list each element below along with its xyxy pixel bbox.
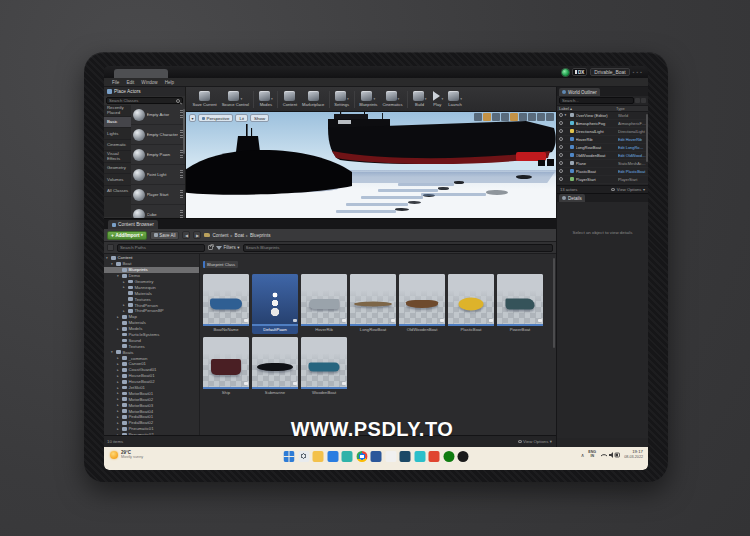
details-tab[interactable]: Details (559, 194, 585, 202)
toolbar-button[interactable]: ▾ Blueprints (357, 87, 380, 111)
place-actors-category[interactable]: Recently Placed (104, 105, 131, 117)
drag-handle-icon[interactable] (180, 190, 183, 199)
expander-arrow[interactable]: ▸ (117, 397, 121, 401)
actor-type[interactable]: Edit PlasticBoat (618, 169, 646, 174)
visibility-eye-icon[interactable] (559, 137, 563, 141)
breadcrumb-item[interactable]: Boat (231, 233, 244, 238)
dropdown-arrow-icon[interactable]: ▾ (398, 97, 400, 101)
breadcrumb-item[interactable]: Blueprints (246, 233, 270, 238)
expander-arrow[interactable]: ▾ (111, 350, 115, 354)
placeable-actor-item[interactable]: Point Light (131, 165, 185, 185)
clock[interactable]: 19:17 08-03-2022 (624, 450, 643, 459)
taskbar-app-icon[interactable] (385, 451, 396, 462)
placeable-actor-item[interactable]: Player Start (131, 185, 185, 205)
search-classes-input[interactable] (109, 98, 176, 103)
taskbar-app-icon[interactable] (313, 451, 324, 462)
expander-arrow[interactable]: ▸ (117, 391, 121, 395)
lit-button[interactable]: Lit (235, 114, 248, 122)
level-viewport[interactable]: ▾ Perspective Lit Show (186, 112, 556, 218)
toolbar-button[interactable]: ▾ Source Control (219, 87, 251, 111)
select-tool-icon[interactable] (474, 113, 482, 121)
asset-tile[interactable]: PowerBoat (497, 274, 543, 334)
taskbar-app-icon[interactable] (327, 451, 338, 462)
rotate-tool-icon[interactable] (492, 113, 500, 121)
outliner-view-options[interactable]: View Options ▾ (611, 187, 645, 192)
scrollbar[interactable] (553, 258, 555, 348)
visibility-eye-icon[interactable] (559, 129, 563, 133)
taskbar-app-icon[interactable] (342, 451, 353, 462)
asset-tile[interactable]: Ship (203, 337, 249, 397)
toolbar-button[interactable]: ▾ Play (429, 87, 446, 111)
toolbar-button[interactable]: ▾ Launch (446, 87, 465, 111)
visibility-eye-icon[interactable] (559, 161, 563, 165)
expander-arrow[interactable]: ▸ (117, 327, 121, 331)
visibility-eye-icon[interactable] (559, 169, 563, 173)
place-actors-category[interactable]: All Classes (104, 186, 131, 198)
expander-arrow[interactable]: ▸ (117, 356, 121, 360)
place-actors-category[interactable]: Basic (104, 117, 131, 129)
outliner-row[interactable]: OldWoodenBoat Edit OldWoodenBoat (557, 152, 648, 160)
expander-arrow[interactable]: ▸ (117, 421, 121, 425)
maximize-viewport-icon[interactable] (546, 113, 554, 121)
asset-tile[interactable]: BoatNoName (203, 274, 249, 334)
toolbar-button[interactable]: ▾ Save Current (190, 87, 219, 111)
asset-tile[interactable]: HoverRib (301, 274, 347, 334)
taskbar-app-icon[interactable] (429, 451, 440, 462)
expander-arrow[interactable]: ▸ (123, 303, 127, 307)
content-browser-tab[interactable]: Content Browser (108, 220, 158, 229)
taskbar-app-icon[interactable] (284, 451, 295, 462)
breadcrumb-item[interactable]: Content (212, 233, 228, 238)
expander-arrow[interactable]: ▸ (123, 285, 127, 289)
search-paths-input[interactable] (117, 244, 205, 252)
expander-arrow[interactable]: ▸ (123, 280, 127, 284)
visibility-eye-icon[interactable] (559, 153, 563, 157)
expander-arrow[interactable]: ▸ (117, 374, 121, 378)
outliner-row[interactable]: DirectionalLight DirectionalLight (557, 128, 648, 136)
add-import-button[interactable]: +Add/Import▾ (107, 231, 147, 240)
outliner-filter-icon[interactable] (635, 98, 640, 103)
asset-tile[interactable]: LongRowBoat (350, 274, 396, 334)
toolbar-button[interactable]: ▾ Marketplace (300, 87, 327, 111)
actor-type[interactable]: World (618, 113, 646, 118)
asset-tile[interactable]: PlasticBoat (448, 274, 494, 334)
dropdown-arrow-icon[interactable]: ▾ (441, 97, 443, 101)
expander-arrow[interactable]: ▸ (117, 403, 121, 407)
actor-type[interactable]: Edit HoverRib (618, 137, 646, 142)
menu-item[interactable]: File (112, 80, 119, 85)
scale-tool-icon[interactable] (501, 113, 509, 121)
outliner-row[interactable]: LongRowBoat Edit LongRowBoat (557, 144, 648, 152)
perspective-button[interactable]: Perspective (198, 114, 233, 122)
taskbar-app-icon[interactable] (371, 451, 382, 462)
outliner-row[interactable]: PlasticBoat Edit PlasticBoat (557, 168, 648, 176)
sources-panel-toggle-icon[interactable] (107, 244, 114, 251)
asset-tile[interactable]: Submarine (252, 337, 298, 397)
visibility-eye-icon[interactable] (559, 177, 563, 181)
asset-tile[interactable]: DefaultPawn (252, 274, 298, 334)
drag-handle-icon[interactable] (180, 210, 183, 218)
expander-arrow[interactable]: ▸ (117, 380, 121, 384)
taskbar-app-icon[interactable] (414, 451, 425, 462)
asset-tile[interactable]: WoodenBoat (301, 337, 347, 397)
show-button[interactable]: Show (250, 114, 269, 122)
expander-arrow[interactable]: ▾ (111, 262, 115, 266)
visibility-eye-icon[interactable] (559, 145, 563, 149)
outliner-search-input[interactable] (559, 97, 634, 104)
expander-arrow[interactable]: ▸ (117, 386, 121, 390)
outliner-row[interactable]: PlayerStart PlayerStart (557, 176, 648, 184)
language-indicator[interactable]: ENGIN (588, 451, 596, 459)
tray-overflow-icon[interactable]: ∧ (581, 452, 585, 458)
rotation-snap-icon[interactable] (519, 113, 527, 121)
label-column-header[interactable]: Label ▴ (559, 106, 616, 111)
visibility-eye-icon[interactable] (559, 113, 563, 117)
scale-snap-icon[interactable] (528, 113, 536, 121)
placeable-actor-item[interactable]: Empty Character (131, 125, 185, 145)
tray-status-icons[interactable] (600, 451, 620, 459)
placeable-actor-item[interactable]: Cube (131, 205, 185, 218)
drag-handle-icon[interactable] (180, 170, 183, 179)
outliner-row[interactable]: AtmosphericFog AtmosphericFog (557, 120, 648, 128)
dropdown-arrow-icon[interactable]: ▾ (425, 97, 427, 101)
taskbar-app-icon[interactable] (443, 451, 454, 462)
window-title-tab[interactable] (114, 69, 168, 78)
place-actors-category[interactable]: Cinematic (104, 140, 131, 152)
toolbar-button[interactable]: ▾ Build (410, 87, 429, 111)
